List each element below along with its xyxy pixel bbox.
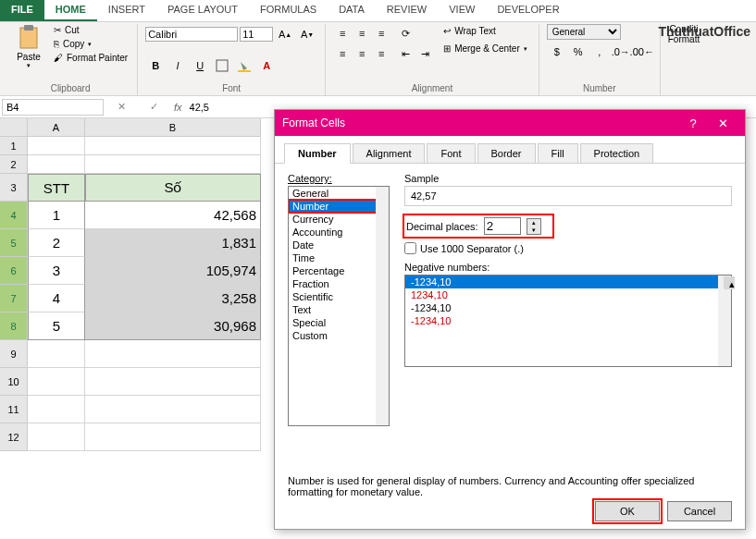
- row-header[interactable]: 5: [0, 229, 28, 257]
- dtab-border[interactable]: Border: [477, 143, 536, 164]
- align-center-button[interactable]: ≡: [353, 44, 371, 63]
- copy-button[interactable]: ⎘Copy ▾: [52, 38, 130, 50]
- cell[interactable]: 1: [28, 202, 85, 229]
- tab-review[interactable]: REVIEW: [376, 0, 438, 21]
- neg-scrollbar[interactable]: ▴: [718, 276, 731, 366]
- cat-percentage[interactable]: Percentage: [289, 264, 389, 277]
- row-header[interactable]: 12: [0, 423, 28, 451]
- negative-numbers-list[interactable]: -1234,10 1234,10 -1234,10 -1234,10 ▴: [404, 275, 732, 367]
- row-header[interactable]: 9: [0, 340, 28, 368]
- accounting-format-button[interactable]: $: [547, 42, 567, 62]
- tab-view[interactable]: VIEW: [438, 0, 486, 21]
- cell[interactable]: 5: [28, 312, 85, 340]
- cat-scientific[interactable]: Scientific: [289, 290, 389, 303]
- cell[interactable]: 105,974: [85, 257, 261, 285]
- cell[interactable]: 1,831: [85, 229, 261, 257]
- align-middle-button[interactable]: ≡: [353, 24, 371, 43]
- col-header-a[interactable]: A: [28, 118, 85, 137]
- borders-button[interactable]: [212, 55, 232, 76]
- tab-formulas[interactable]: FORMULAS: [249, 0, 328, 21]
- select-all-corner[interactable]: [0, 118, 28, 137]
- italic-button[interactable]: I: [167, 55, 188, 76]
- thousand-separator-checkbox[interactable]: [404, 242, 416, 254]
- cat-number[interactable]: Number: [289, 200, 389, 213]
- dtab-number[interactable]: Number: [284, 143, 351, 164]
- fx-icon[interactable]: fx: [174, 102, 182, 113]
- cell[interactable]: [28, 423, 85, 451]
- underline-button[interactable]: U: [190, 55, 210, 76]
- ok-button[interactable]: OK: [595, 501, 660, 521]
- cell[interactable]: 30,968: [85, 312, 261, 340]
- decimal-spinner[interactable]: ▲▼: [527, 218, 541, 235]
- comma-button[interactable]: ,: [589, 42, 610, 62]
- cell[interactable]: [85, 137, 261, 155]
- dtab-alignment[interactable]: Alignment: [353, 143, 426, 164]
- cell-header-stt[interactable]: STT: [28, 174, 85, 202]
- cat-time[interactable]: Time: [289, 251, 389, 264]
- tab-file[interactable]: FILE: [0, 0, 44, 21]
- cat-custom[interactable]: Custom: [289, 329, 389, 342]
- tab-page-layout[interactable]: PAGE LAYOUT: [156, 0, 249, 21]
- category-list[interactable]: General Number Currency Accounting Date …: [288, 186, 390, 426]
- cell[interactable]: 3,258: [85, 285, 261, 312]
- font-name-select[interactable]: [145, 27, 238, 42]
- decrease-decimal-button[interactable]: .00←: [632, 42, 652, 62]
- cell[interactable]: 42,568: [85, 202, 261, 229]
- cell[interactable]: [28, 340, 85, 368]
- font-size-select[interactable]: [240, 27, 273, 42]
- cell[interactable]: [28, 396, 85, 423]
- increase-decimal-button[interactable]: .0→: [611, 42, 631, 62]
- row-header[interactable]: 4: [0, 202, 28, 229]
- tab-insert[interactable]: INSERT: [97, 0, 156, 21]
- cat-general[interactable]: General: [289, 187, 389, 200]
- align-top-button[interactable]: ≡: [333, 24, 352, 43]
- neg-option[interactable]: -1234,10: [405, 314, 731, 327]
- cat-currency[interactable]: Currency: [289, 213, 389, 226]
- close-button[interactable]: ✕: [708, 116, 737, 130]
- cell[interactable]: [85, 396, 261, 423]
- cell[interactable]: [85, 423, 261, 451]
- neg-option[interactable]: -1234,10: [405, 276, 731, 288]
- formula-value[interactable]: 42,5: [186, 102, 213, 113]
- row-header[interactable]: 10: [0, 368, 28, 396]
- number-format-select[interactable]: General: [547, 24, 621, 40]
- help-button[interactable]: ?: [678, 116, 708, 130]
- scroll-up-icon[interactable]: ▴: [724, 276, 735, 289]
- paste-button[interactable]: Paste ▾: [11, 24, 46, 69]
- enter-icon[interactable]: ✓: [150, 101, 158, 113]
- cell[interactable]: [85, 368, 261, 396]
- cell[interactable]: [28, 137, 85, 155]
- wrap-text-button[interactable]: ↩Wrap Text: [440, 24, 531, 38]
- category-scrollbar[interactable]: [376, 187, 389, 425]
- shrink-font-button[interactable]: A▼: [297, 24, 317, 44]
- row-header[interactable]: 3: [0, 174, 28, 202]
- row-header[interactable]: 6: [0, 257, 28, 285]
- align-right-button[interactable]: ≡: [372, 44, 390, 63]
- neg-option[interactable]: -1234,10: [405, 301, 731, 314]
- cell[interactable]: 4: [28, 285, 85, 312]
- percent-button[interactable]: %: [568, 42, 589, 62]
- fill-color-button[interactable]: [234, 55, 254, 76]
- indent-increase-button[interactable]: ⇥: [415, 44, 434, 63]
- cell-header-so[interactable]: Số: [85, 174, 261, 202]
- row-header[interactable]: 8: [0, 312, 28, 340]
- cat-text[interactable]: Text: [289, 303, 389, 316]
- dtab-fill[interactable]: Fill: [538, 143, 578, 164]
- orientation-button[interactable]: ⟳: [396, 24, 415, 43]
- tab-home[interactable]: HOME: [44, 0, 97, 21]
- tab-data[interactable]: DATA: [328, 0, 376, 21]
- indent-decrease-button[interactable]: ⇤: [396, 44, 415, 63]
- col-header-b[interactable]: B: [85, 118, 261, 137]
- paste-dropdown-icon[interactable]: ▾: [27, 62, 31, 69]
- cat-date[interactable]: Date: [289, 239, 389, 251]
- cat-accounting[interactable]: Accounting: [289, 226, 389, 239]
- cell[interactable]: [28, 368, 85, 396]
- merge-center-button[interactable]: ⊞Merge & Center ▾: [440, 42, 531, 55]
- font-color-button[interactable]: A: [256, 55, 277, 76]
- neg-option[interactable]: 1234,10: [405, 288, 731, 301]
- bold-button[interactable]: B: [145, 55, 166, 76]
- cancel-icon[interactable]: ✕: [118, 101, 126, 113]
- cat-fraction[interactable]: Fraction: [289, 277, 389, 290]
- spin-up-icon[interactable]: ▲: [527, 219, 540, 227]
- cut-button[interactable]: ✂Cut: [52, 24, 130, 36]
